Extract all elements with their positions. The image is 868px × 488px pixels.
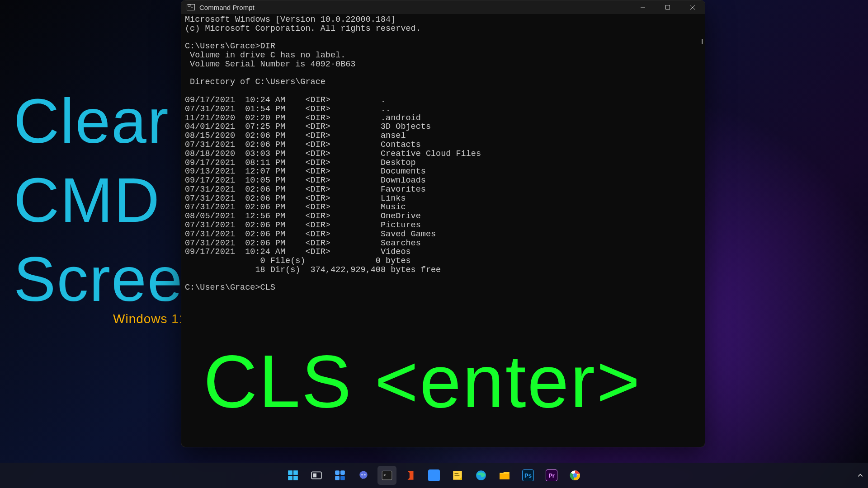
edge-button[interactable] (472, 466, 491, 485)
svg-rect-5 (293, 470, 298, 475)
system-tray[interactable] (857, 463, 863, 488)
svg-rect-9 (313, 474, 316, 478)
scrollbar-thumb[interactable] (702, 39, 703, 44)
svg-rect-7 (293, 476, 298, 480)
chrome-button[interactable] (566, 466, 585, 485)
taskview-button[interactable] (307, 466, 326, 485)
svg-rect-23 (500, 474, 509, 479)
taskbar: >_ Ps Pr (0, 463, 868, 488)
svg-rect-11 (340, 470, 345, 475)
taskbar-icons: >_ Ps Pr (283, 466, 585, 485)
svg-rect-13 (340, 476, 345, 480)
start-button[interactable] (283, 466, 302, 485)
svg-rect-1 (665, 5, 670, 9)
window-title: Command Prompt (199, 4, 255, 11)
chat-button[interactable] (354, 466, 373, 485)
stickynotes-button[interactable] (448, 466, 467, 485)
titlebar[interactable]: Command Prompt (181, 0, 705, 14)
desktop: Clear CMD Screen Windows 11 Command Prom… (0, 0, 868, 488)
overlay-cls: CLS <enter> (203, 339, 642, 424)
maximize-button[interactable] (655, 0, 680, 14)
explorer-button[interactable] (495, 466, 514, 485)
photoshop-button[interactable]: Ps (519, 466, 538, 485)
svg-text:>_: >_ (383, 473, 388, 477)
premiere-button[interactable]: Pr (542, 466, 561, 485)
svg-rect-6 (288, 476, 292, 480)
office-button[interactable] (401, 466, 420, 485)
svg-point-15 (361, 474, 363, 476)
svg-point-27 (574, 474, 577, 477)
minimize-button[interactable] (630, 0, 655, 14)
widgets-button[interactable] (330, 466, 349, 485)
svg-rect-4 (288, 470, 292, 475)
svg-rect-10 (335, 470, 340, 475)
cmd-icon (187, 4, 195, 10)
terminal-taskbar-button[interactable]: >_ (377, 466, 396, 485)
svg-rect-12 (335, 476, 340, 480)
close-button[interactable] (680, 0, 705, 14)
overlay-subtitle: Windows 11 (113, 312, 187, 326)
tray-chevron-icon[interactable] (857, 472, 863, 479)
svg-point-16 (364, 474, 366, 476)
app-blue-button[interactable] (425, 466, 443, 485)
